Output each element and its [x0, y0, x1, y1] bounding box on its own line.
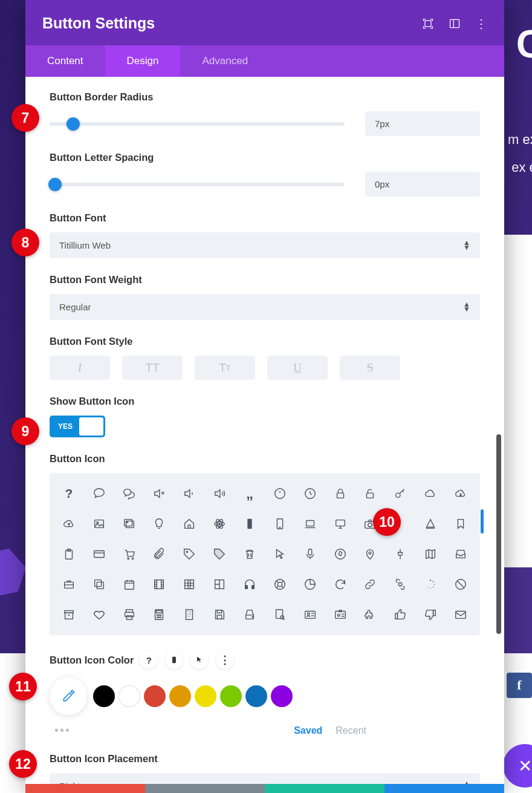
layout-icon[interactable]: [205, 570, 234, 599]
tab-advanced[interactable]: Advanced: [180, 45, 270, 77]
mobile-preview-icon[interactable]: [165, 651, 183, 669]
link-icon[interactable]: [356, 570, 385, 599]
puzzle-icon[interactable]: [356, 600, 385, 629]
search-doc-icon[interactable]: [265, 600, 294, 629]
lock-icon[interactable]: [326, 479, 355, 508]
color-swatch[interactable]: [169, 685, 191, 707]
headphones-icon[interactable]: [235, 570, 264, 599]
sidebar-layout-icon[interactable]: [449, 18, 461, 30]
button-font-select[interactable]: Titillium Web ▲▼: [50, 232, 480, 258]
map-icon[interactable]: [416, 540, 445, 569]
strikethrough-button[interactable]: S: [340, 356, 400, 380]
chat-bubbles-icon[interactable]: [115, 479, 144, 508]
heart-icon[interactable]: [85, 600, 114, 629]
paperclip-icon[interactable]: [145, 540, 174, 569]
help-icon[interactable]: ?: [140, 651, 158, 669]
slider-thumb[interactable]: [48, 178, 62, 191]
cloud-download-icon[interactable]: [446, 479, 475, 508]
saved-tab[interactable]: Saved: [294, 725, 322, 736]
spinner-icon[interactable]: [416, 570, 445, 599]
expand-icon[interactable]: [422, 18, 434, 30]
lightbulb-icon[interactable]: [145, 509, 174, 538]
color-swatch[interactable]: [195, 685, 216, 707]
chain-icon[interactable]: [386, 570, 415, 599]
action-save-segment[interactable]: [265, 784, 384, 793]
calendar-icon[interactable]: [115, 570, 144, 599]
volume-high-icon[interactable]: [205, 479, 234, 508]
color-swatch[interactable]: [220, 685, 242, 707]
copy-icon[interactable]: [85, 570, 114, 599]
more-icon[interactable]: ⋮: [216, 651, 234, 669]
color-swatch[interactable]: [144, 685, 166, 707]
lifebuoy-icon[interactable]: [265, 570, 294, 599]
underline-button[interactable]: U: [267, 356, 328, 380]
mail-icon[interactable]: [446, 600, 475, 629]
panel-scrollbar[interactable]: [496, 434, 501, 634]
mic-icon[interactable]: [296, 540, 325, 569]
triangle-icon[interactable]: [416, 509, 445, 538]
cloud-upload-icon[interactable]: [54, 509, 83, 538]
phone-icon[interactable]: [235, 509, 264, 538]
credit-card-icon[interactable]: [85, 540, 114, 569]
icon-scrollbar[interactable]: [481, 509, 484, 534]
cart-icon[interactable]: [115, 540, 144, 569]
inbox-icon[interactable]: [446, 540, 475, 569]
thumbs-up-icon[interactable]: [386, 600, 415, 629]
pin-icon[interactable]: [356, 540, 385, 569]
tag-fill-icon[interactable]: [205, 540, 234, 569]
question-icon[interactable]: ?: [54, 479, 83, 508]
image-icon[interactable]: [85, 509, 114, 538]
volume-mute-icon[interactable]: [145, 479, 174, 508]
desktop-icon[interactable]: [326, 509, 355, 538]
tag-icon[interactable]: [175, 540, 204, 569]
color-swatch[interactable]: [93, 685, 115, 707]
action-cancel-segment[interactable]: [25, 784, 145, 793]
chat-bubble-icon[interactable]: [85, 479, 114, 508]
tab-content[interactable]: Content: [25, 45, 105, 77]
uppercase-button[interactable]: TT: [122, 356, 183, 380]
unlock-icon[interactable]: [356, 479, 385, 508]
border-radius-slider[interactable]: [50, 122, 345, 126]
volume-low-icon[interactable]: [175, 479, 204, 508]
letter-spacing-slider[interactable]: [50, 183, 345, 186]
letter-spacing-value-input[interactable]: 0px: [365, 172, 480, 197]
action-mid-segment[interactable]: [145, 784, 265, 793]
slider-thumb[interactable]: [66, 117, 80, 131]
refresh-icon[interactable]: [326, 570, 355, 599]
thumbs-down-icon[interactable]: [416, 600, 445, 629]
clock-icon[interactable]: [296, 479, 325, 508]
action-save-corner[interactable]: [384, 784, 504, 793]
font-weight-select[interactable]: Regular ▲▼: [50, 294, 480, 320]
more-colors-icon[interactable]: •••: [54, 723, 71, 737]
compass-icon[interactable]: [326, 540, 355, 569]
laptop-icon[interactable]: [296, 509, 325, 538]
trash-icon[interactable]: [235, 540, 264, 569]
id-badge-icon[interactable]: [326, 600, 355, 629]
tablet-icon[interactable]: [265, 509, 294, 538]
eyedropper-button[interactable]: [50, 677, 87, 715]
bookmark-icon[interactable]: [446, 509, 475, 538]
id-card-icon[interactable]: [296, 600, 325, 629]
show-icon-toggle[interactable]: YES: [50, 416, 105, 437]
ban-icon[interactable]: [446, 570, 475, 599]
archive-icon[interactable]: [54, 600, 83, 629]
hdd-icon[interactable]: [235, 600, 264, 629]
cursor-icon[interactable]: [265, 540, 294, 569]
clipboard-icon[interactable]: [54, 540, 83, 569]
save-icon[interactable]: [205, 600, 234, 629]
quote-circle-icon[interactable]: ": [265, 479, 294, 508]
pushpin-icon[interactable]: [386, 540, 415, 569]
print-icon[interactable]: [115, 600, 144, 629]
home-icon[interactable]: [175, 509, 204, 538]
pie-icon[interactable]: [296, 570, 325, 599]
recent-tab[interactable]: Recent: [336, 725, 366, 736]
calculator-icon[interactable]: [145, 600, 174, 629]
kebab-menu-icon[interactable]: ⋮: [475, 18, 487, 30]
key-icon[interactable]: [386, 479, 415, 508]
color-swatch[interactable]: [118, 685, 140, 707]
film-icon[interactable]: [145, 570, 174, 599]
cloud-icon[interactable]: [416, 479, 445, 508]
facebook-button[interactable]: f: [507, 673, 532, 698]
hover-icon[interactable]: [190, 651, 209, 669]
building-icon[interactable]: [175, 600, 204, 629]
